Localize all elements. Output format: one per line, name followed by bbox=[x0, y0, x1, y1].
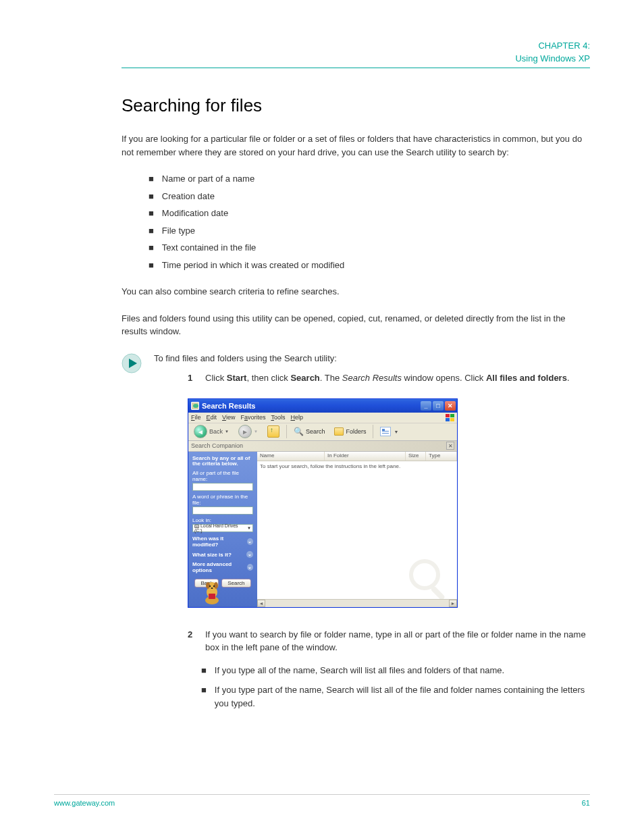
chapter-title: Using Windows XP bbox=[122, 53, 590, 68]
section-heading: Searching for files bbox=[122, 95, 590, 116]
lookin-select[interactable]: 🖴 Local Hard Drives (C:)▼ bbox=[192, 524, 253, 532]
search-companion-label: Search Companion bbox=[191, 442, 243, 449]
svg-point-13 bbox=[213, 585, 215, 586]
procedure-icon bbox=[122, 353, 142, 373]
window-icon bbox=[191, 402, 199, 410]
toolbar: ◄ Back ▼ ► ▼ 🔍 Search bbox=[188, 423, 457, 441]
svg-point-15 bbox=[411, 561, 438, 588]
window-titlebar[interactable]: Search Results _ □ ✕ bbox=[188, 399, 457, 413]
step-1: 1 Click Start, then click Search. The Se… bbox=[188, 371, 590, 385]
svg-point-12 bbox=[209, 585, 211, 586]
lookin-label: Look in: bbox=[192, 517, 253, 523]
toolbar-separator bbox=[286, 425, 287, 438]
menu-edit[interactable]: Edit bbox=[207, 414, 217, 421]
chevron-down-icon: ⌄ bbox=[247, 564, 253, 571]
criteria-item: ■Time period in which it was created or … bbox=[149, 259, 590, 272]
folder-icon bbox=[334, 427, 344, 436]
close-button[interactable]: ✕ bbox=[445, 401, 456, 411]
column-size[interactable]: Size bbox=[406, 452, 426, 461]
criteria-item: ■File type bbox=[149, 224, 590, 238]
sub-bullet: ■If you type all of the name, Search wil… bbox=[201, 664, 590, 677]
svg-rect-11 bbox=[209, 594, 215, 599]
close-pane-button[interactable]: ✕ bbox=[446, 442, 454, 450]
svg-point-10 bbox=[214, 582, 218, 589]
phrase-label: A word or phrase in the file: bbox=[192, 494, 253, 506]
criteria-item: ■Text contained in the file bbox=[149, 241, 590, 255]
filename-input[interactable] bbox=[192, 483, 253, 491]
toolbar-separator bbox=[373, 425, 373, 438]
magnifier-watermark-icon bbox=[406, 556, 453, 603]
combine-paragraph: You can also combine search criteria to … bbox=[122, 285, 590, 298]
filename-label: All or part of the file name: bbox=[192, 470, 253, 482]
step-number: 2 bbox=[188, 628, 196, 654]
step-text: Click Start, then click Search. The Sear… bbox=[205, 371, 570, 385]
step-2: 2 If you want to search by file or folde… bbox=[188, 628, 590, 654]
search-button[interactable]: Search bbox=[221, 579, 250, 588]
procedure-lead: To find files and folders using the Sear… bbox=[154, 352, 590, 365]
chapter-label: CHAPTER 4: bbox=[122, 41, 590, 51]
page-number: 61 bbox=[582, 799, 590, 807]
phrase-input[interactable] bbox=[192, 506, 253, 515]
window-title: Search Results bbox=[202, 402, 421, 410]
svg-point-9 bbox=[206, 582, 210, 589]
views-icon bbox=[380, 427, 391, 436]
menu-view[interactable]: View bbox=[222, 414, 235, 421]
search-icon: 🔍 bbox=[294, 427, 304, 436]
step-text: If you want to search by file or folder … bbox=[205, 628, 590, 654]
step-number: 1 bbox=[188, 371, 196, 385]
search-toolbar-button[interactable]: 🔍 Search bbox=[291, 425, 328, 438]
rover-dog-icon bbox=[200, 580, 223, 606]
results-hint: To start your search, follow the instruc… bbox=[257, 461, 457, 471]
column-infolder[interactable]: In Folder bbox=[325, 452, 406, 461]
menu-help[interactable]: Help bbox=[290, 414, 303, 421]
minimize-button[interactable]: _ bbox=[421, 401, 431, 411]
chevron-down-icon: ⌄ bbox=[246, 551, 253, 558]
extra-paragraph: Files and folders found using this utili… bbox=[122, 312, 590, 338]
expand-advanced[interactable]: More advanced options⌄ bbox=[192, 561, 253, 573]
folders-toolbar-button[interactable]: Folders bbox=[331, 426, 369, 437]
expand-size[interactable]: What size is it?⌄ bbox=[192, 551, 253, 558]
search-pane: Search by any or all of the criteria bel… bbox=[188, 452, 257, 607]
chevron-down-icon: ⌄ bbox=[247, 538, 253, 545]
screenshot-search-results: Search Results _ □ ✕ File Edit View Favo… bbox=[188, 398, 458, 608]
criteria-item: ■Creation date bbox=[149, 190, 590, 203]
menu-bar: File Edit View Favorites Tools Help bbox=[188, 413, 457, 423]
horizontal-scrollbar[interactable]: ◄► bbox=[257, 599, 457, 607]
maximize-button[interactable]: □ bbox=[433, 401, 444, 411]
svg-rect-3 bbox=[450, 414, 454, 417]
forward-button[interactable]: ► ▼ bbox=[236, 423, 261, 440]
views-button[interactable]: ▼ bbox=[377, 425, 401, 438]
footer-url: www.gateway.com bbox=[54, 799, 115, 807]
svg-rect-2 bbox=[446, 414, 450, 417]
windows-logo-icon bbox=[445, 413, 456, 423]
results-pane: Name In Folder Size Type To start your s… bbox=[257, 452, 457, 607]
svg-rect-4 bbox=[446, 418, 450, 421]
column-type[interactable]: Type bbox=[426, 452, 457, 461]
svg-point-14 bbox=[211, 588, 213, 589]
menu-file[interactable]: File bbox=[191, 414, 201, 421]
column-name[interactable]: Name bbox=[257, 452, 325, 461]
menu-favorites[interactable]: Favorites bbox=[240, 414, 265, 421]
back-button[interactable]: ◄ Back ▼ bbox=[191, 423, 232, 440]
up-button[interactable] bbox=[265, 424, 282, 439]
criteria-item: ■Modification date bbox=[149, 207, 590, 220]
menu-tools[interactable]: Tools bbox=[271, 414, 285, 421]
svg-rect-5 bbox=[450, 418, 454, 421]
expand-modified[interactable]: When was it modified?⌄ bbox=[192, 536, 253, 548]
criteria-item: ■Name or part of a name bbox=[149, 172, 590, 186]
search-pane-heading: Search by any or all of the criteria bel… bbox=[192, 456, 253, 468]
sub-bullet: ■If you type part of the name, Search wi… bbox=[201, 683, 590, 710]
intro-paragraph: If you are looking for a particular file… bbox=[122, 132, 590, 159]
